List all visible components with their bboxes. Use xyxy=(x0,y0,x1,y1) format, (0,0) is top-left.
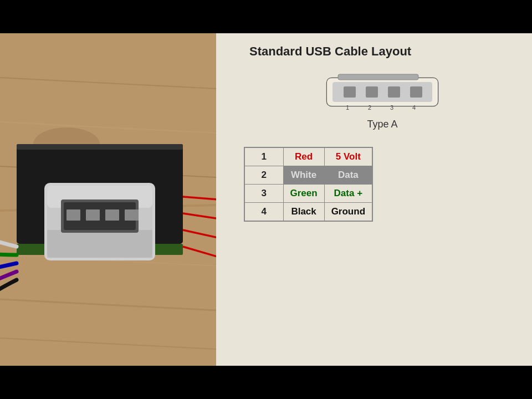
pin-color-name: Black xyxy=(283,203,324,222)
svg-rect-29 xyxy=(338,74,418,80)
content-area: ✕ Standard USB Cable Layout xyxy=(0,33,532,366)
pin-function: Data + xyxy=(324,185,372,203)
table-row: 3GreenData + xyxy=(244,185,372,203)
svg-rect-34 xyxy=(410,86,422,98)
svg-text:3: 3 xyxy=(390,104,393,111)
pin-table: 1Red5 Volt2WhiteData3GreenData +4BlackGr… xyxy=(244,147,373,222)
connector-photo-svg xyxy=(0,33,216,366)
pin-function: 5 Volt xyxy=(324,147,372,166)
svg-text:1: 1 xyxy=(346,104,349,111)
svg-rect-10 xyxy=(17,144,183,150)
usb-connector-diagram: 1 2 3 4 Type A xyxy=(244,70,521,139)
usb-plug-diagram-svg: 1 2 3 4 xyxy=(321,70,443,114)
svg-rect-18 xyxy=(66,209,80,221)
diagram-title: Standard USB Cable Layout xyxy=(249,44,521,59)
diagram-side: Standard USB Cable Layout xyxy=(216,33,532,366)
table-row: 4BlackGround xyxy=(244,203,372,222)
type-label: Type A xyxy=(367,119,397,130)
svg-text:4: 4 xyxy=(412,104,416,111)
svg-rect-19 xyxy=(86,209,100,221)
main-container: ✕ Standard USB Cable Layout xyxy=(0,0,532,399)
svg-rect-31 xyxy=(344,86,356,98)
table-row: 1Red5 Volt xyxy=(244,147,372,166)
table-row: 2WhiteData xyxy=(244,166,372,185)
pin-number: 4 xyxy=(244,203,283,222)
photo-background: ✕ xyxy=(0,33,216,366)
photo-side: ✕ xyxy=(0,33,216,366)
pin-color-name: Red xyxy=(283,147,324,166)
svg-rect-33 xyxy=(388,86,400,98)
top-bar xyxy=(0,0,532,33)
pin-number: 3 xyxy=(244,185,283,203)
pin-color-name: White xyxy=(283,166,324,185)
pin-color-name: Green xyxy=(283,185,324,203)
svg-rect-20 xyxy=(105,209,119,221)
pin-function: Data xyxy=(324,166,372,185)
svg-text:2: 2 xyxy=(368,104,371,111)
pin-number: 2 xyxy=(244,166,283,185)
pin-number: 1 xyxy=(244,147,283,166)
svg-rect-15 xyxy=(47,230,152,258)
svg-rect-21 xyxy=(125,209,139,221)
bottom-bar xyxy=(0,366,532,399)
svg-rect-32 xyxy=(366,86,378,98)
pin-function: Ground xyxy=(324,203,372,222)
